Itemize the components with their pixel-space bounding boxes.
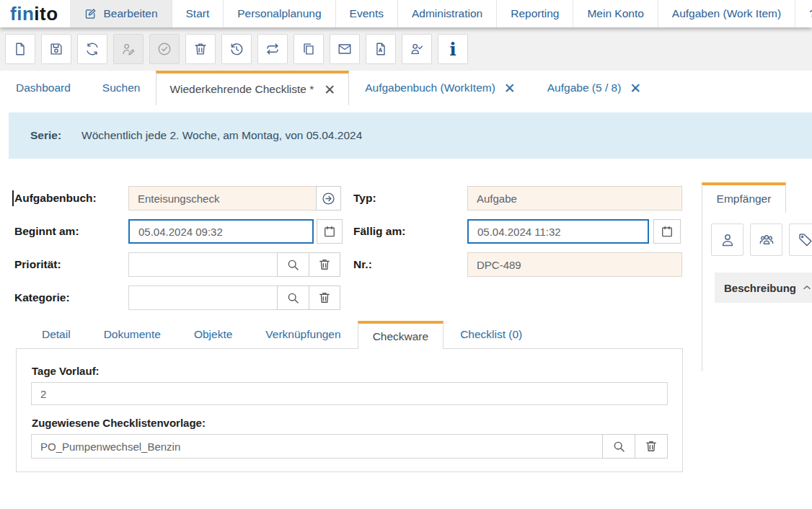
menu-item-label: Personalplanung (237, 7, 321, 20)
logo-suffix: ito (34, 3, 58, 25)
add-tag-button[interactable] (789, 223, 812, 256)
nr-field[interactable] (467, 252, 682, 277)
menu-item-reporting[interactable]: Reporting (497, 0, 573, 27)
text-caret (12, 190, 14, 206)
menu-item-label: Reporting (511, 7, 559, 20)
add-user-button[interactable] (711, 223, 743, 256)
kategorie-search-button[interactable] (277, 286, 309, 310)
subtab-checklist[interactable]: Checklist (0) (443, 321, 539, 348)
aufgabenbuch-label: Aufgabenbuch: (14, 186, 97, 211)
check-circle-icon (156, 41, 172, 57)
tab-label: Suchen (102, 81, 141, 94)
beginnt-am-datepicker-button[interactable] (317, 219, 343, 244)
logo-prefix: fin (10, 3, 34, 25)
user-check-button[interactable] (402, 34, 432, 64)
menu-item-label: Events (350, 7, 384, 20)
tab-aufgabenbuch-workitem[interactable]: Aufgabenbuch (WorkItem) ✕ (349, 71, 531, 105)
prioritaet-clear-button[interactable] (309, 252, 340, 277)
subtab-objekte[interactable]: Objekte (177, 321, 249, 348)
subtab-verknuepfungen[interactable]: Verknüpfungen (249, 321, 357, 348)
kategorie-field[interactable] (128, 286, 278, 310)
empfaenger-panel: Empfänger Beschreibung (702, 182, 812, 371)
copy-icon (301, 41, 317, 57)
copy-button[interactable] (294, 34, 324, 64)
save-button[interactable] (41, 34, 71, 64)
group-icon (758, 231, 775, 249)
menu-item-start[interactable]: Start (172, 0, 224, 27)
tab-wiederkehrende-checkliste[interactable]: Wiederkehrende Checkliste * ✕ (156, 71, 349, 105)
detail-tab-bar: Detail Dokumente Objekte Verknüpfungen C… (16, 321, 539, 348)
user-check-icon (409, 41, 425, 57)
recurrence-button[interactable] (257, 34, 288, 64)
prioritaet-field[interactable] (128, 252, 278, 277)
beginnt-am-field[interactable] (128, 219, 314, 244)
info-button[interactable]: i (438, 34, 468, 64)
subtab-label: Checklist (0) (460, 328, 522, 341)
menu-item-aufgaben-work-item[interactable]: Aufgaben (Work Item) (658, 0, 795, 27)
tag-icon (797, 231, 812, 249)
empfaenger-toolbar (711, 223, 812, 256)
add-group-button[interactable] (750, 223, 782, 256)
tab-empfaenger[interactable]: Empfänger (702, 182, 786, 213)
kategorie-clear-button[interactable] (309, 286, 340, 310)
aufgabenbuch-field[interactable] (128, 186, 317, 211)
menu-item-label: Start (186, 7, 210, 20)
new-document-button[interactable] (5, 34, 35, 64)
subtab-label: Detail (42, 328, 71, 341)
save-icon (48, 41, 64, 57)
tab-aufgabe-5-8[interactable]: Aufgabe (5 / 8) ✕ (531, 71, 657, 105)
checklistenvorlage-field[interactable] (31, 434, 603, 459)
subtab-label: Verknüpfungen (265, 328, 340, 341)
delete-button[interactable] (185, 34, 216, 64)
subtab-checkware[interactable]: Checkware (358, 321, 444, 349)
trash-icon (317, 257, 332, 272)
faellig-am-label: Fällig am: (353, 219, 405, 244)
menu-bar: finito Bearbeiten Start Personalplanung … (0, 0, 812, 27)
search-icon (612, 439, 627, 454)
edit-icon (84, 7, 97, 21)
checklistenvorlage-clear-button[interactable] (635, 434, 668, 459)
kategorie-label: Kategorie: (14, 286, 70, 310)
checkware-panel: Tage Vorlauf: Zugewiesene Checklistenvor… (16, 348, 683, 472)
close-icon[interactable]: ✕ (324, 83, 335, 97)
close-icon[interactable]: ✕ (630, 81, 641, 95)
checklistenvorlage-search-button[interactable] (602, 434, 635, 459)
tab-suchen[interactable]: Suchen (87, 71, 156, 105)
beschreibung-section-header[interactable]: Beschreibung (715, 273, 812, 303)
menu-item-label: Bearbeiten (104, 7, 158, 20)
subtab-detail[interactable]: Detail (25, 321, 87, 348)
typ-label: Typ: (353, 186, 376, 211)
subtab-dokumente[interactable]: Dokumente (87, 321, 177, 348)
menu-item-events[interactable]: Events (336, 0, 398, 27)
subtab-label: Dokumente (104, 328, 161, 341)
prioritaet-search-button[interactable] (277, 252, 309, 277)
app-logo[interactable]: finito (0, 0, 70, 27)
menu-item-administration[interactable]: Administration (398, 0, 497, 27)
serie-label: Serie: (30, 129, 61, 142)
serie-info-bar: Serie: Wöchentlich jede 2. Woche, am Mon… (9, 112, 812, 159)
beginnt-am-label: Beginnt am: (14, 219, 79, 244)
typ-field[interactable] (467, 186, 682, 211)
refresh-button[interactable] (77, 34, 107, 64)
open-record-button[interactable] (316, 186, 341, 211)
close-icon[interactable]: ✕ (504, 81, 516, 95)
tab-dashboard[interactable]: Dashboard (0, 71, 87, 105)
tab-label: Aufgabenbuch (WorkItem) (365, 81, 495, 94)
faellig-am-datepicker-button[interactable] (653, 219, 681, 244)
user-icon (719, 231, 736, 249)
pdf-export-button[interactable] (366, 34, 396, 64)
menu-item-mein-konto[interactable]: Mein Konto (573, 0, 658, 27)
mail-button[interactable] (330, 34, 360, 64)
tage-vorlauf-field[interactable] (31, 382, 668, 405)
faellig-am-field[interactable] (467, 219, 649, 244)
menu-item-bearbeiten[interactable]: Bearbeiten (70, 0, 172, 27)
history-icon (229, 41, 244, 57)
tab-label: Dashboard (16, 81, 71, 94)
user-edit-icon (120, 41, 136, 57)
menu-item-personalplanung[interactable]: Personalplanung (224, 0, 335, 27)
calendar-icon (322, 224, 337, 239)
document-tab-bar: Dashboard Suchen Wiederkehrende Checklis… (0, 71, 812, 105)
tab-label: Empfänger (717, 192, 772, 205)
history-button[interactable] (221, 34, 252, 64)
menu-item-help[interactable]: ? (795, 0, 812, 27)
